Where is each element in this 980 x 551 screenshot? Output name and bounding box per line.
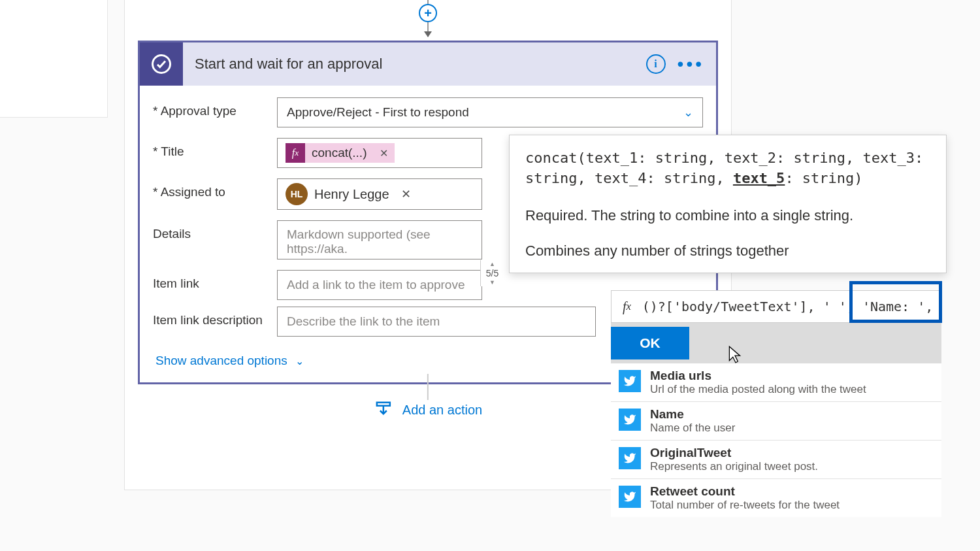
avatar: HL — [286, 183, 308, 205]
suggestion-item[interactable]: OriginalTweet Represents an original twe… — [611, 441, 941, 479]
label-details: Details — [153, 220, 277, 241]
card-header[interactable]: Start and wait for an approval i ••• — [140, 42, 716, 86]
suggestion-desc: Represents an original tweet post. — [650, 460, 818, 473]
intellisense-tooltip: concat(text_1: string, text_2: string, t… — [509, 135, 947, 273]
expression-text: ()?['body/TweetText'], ' ', 'Name: ', | — [642, 299, 941, 314]
suggestion-item[interactable]: Name Name of the user — [611, 402, 941, 441]
title-input[interactable]: fx concat(...) ✕ — [277, 138, 482, 168]
remove-user-icon[interactable]: ✕ — [401, 187, 411, 201]
label-assigned-to: * Assigned to — [153, 178, 277, 199]
details-input[interactable]: Markdown supported (see https://aka. — [277, 220, 482, 259]
twitter-icon — [619, 447, 641, 469]
approval-type-select[interactable]: Approve/Reject - First to respond ⌄ — [277, 97, 703, 127]
label-approval-type: * Approval type — [153, 97, 277, 118]
add-action-button[interactable]: Add an action — [374, 400, 482, 420]
chevron-down-icon: ⌄ — [683, 105, 693, 120]
suggestion-title: OriginalTweet — [650, 446, 818, 460]
tooltip-description: Combines any number of strings together — [525, 242, 930, 259]
show-advanced-button[interactable]: Show advanced options ⌄ — [153, 354, 304, 368]
add-action-icon — [374, 400, 393, 420]
remove-token-icon[interactable]: ✕ — [373, 147, 395, 159]
suggestion-item[interactable]: Retweet count Total number of re-tweets … — [611, 479, 941, 517]
twitter-icon — [619, 370, 641, 392]
suggestion-desc: Total number of re-tweets for the tweet — [650, 499, 840, 512]
card-title: Start and wait for an approval — [183, 56, 646, 73]
suggestion-desc: Url of the media posted along with the t… — [650, 383, 866, 396]
label-item-link-desc: Item link description — [153, 307, 277, 327]
suggestion-title: Media urls — [650, 369, 866, 383]
suggestion-desc: Name of the user — [650, 422, 735, 435]
label-item-link: Item link — [153, 270, 277, 291]
ok-row: OK — [611, 323, 941, 363]
expression-token[interactable]: fx concat(...) ✕ — [286, 143, 395, 163]
signature: concat(text_1: string, text_2: string, t… — [525, 148, 930, 189]
item-link-counter: 5/5 — [480, 260, 504, 286]
item-link-desc-input[interactable]: Describe the link to the item — [277, 307, 596, 337]
item-link-input[interactable]: Add a link to the item to approve — [277, 270, 482, 300]
expression-input[interactable]: fx ()?['body/TweetText'], ' ', 'Name: ',… — [611, 290, 941, 323]
tooltip-required: Required. The string to combine into a s… — [525, 207, 930, 224]
suggestion-item[interactable]: Media urls Url of the media posted along… — [611, 363, 941, 402]
label-title: * Title — [153, 138, 277, 159]
more-menu-icon[interactable]: ••• — [678, 54, 704, 75]
svg-rect-1 — [377, 403, 390, 406]
suggestion-title: Name — [650, 407, 735, 422]
suggestions-panel: OK Media urls Url of the media posted al… — [611, 323, 941, 517]
chevron-down-icon: ⌄ — [295, 355, 304, 367]
row-approval-type: * Approval type Approve/Reject - First t… — [153, 97, 703, 127]
twitter-icon — [619, 409, 641, 431]
approval-icon — [140, 42, 183, 86]
twitter-icon — [619, 486, 641, 508]
fx-icon: fx — [612, 299, 642, 314]
fx-icon: fx — [286, 143, 305, 163]
info-icon[interactable]: i — [646, 54, 666, 74]
add-step-icon[interactable]: + — [419, 4, 437, 22]
left-partial-card — [0, 0, 108, 118]
ok-button[interactable]: OK — [611, 327, 689, 359]
connector: + — [419, 0, 437, 37]
suggestion-title: Retweet count — [650, 484, 840, 499]
assigned-to-input[interactable]: HL Henry Legge ✕ — [277, 178, 482, 210]
user-token[interactable]: HL Henry Legge ✕ — [286, 183, 411, 205]
